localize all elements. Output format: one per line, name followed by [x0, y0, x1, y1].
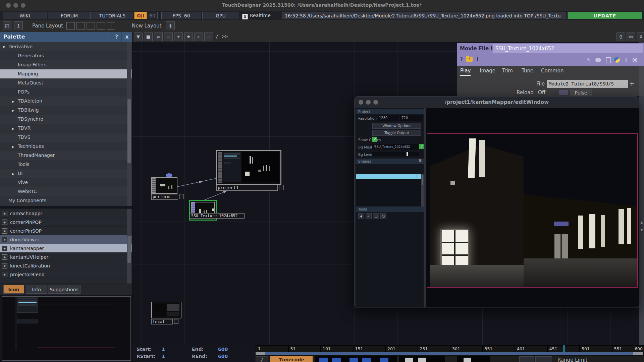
shape-list-selected-row[interactable] — [356, 174, 424, 179]
expand-arrow-icon[interactable]: ▶ — [12, 170, 18, 179]
range-right-handle[interactable] — [633, 352, 643, 355]
viewer-indicator[interactable] — [166, 173, 172, 177]
mapping-preview[interactable] — [426, 108, 639, 307]
tree-item-My Components[interactable]: My Components — [0, 196, 132, 205]
range-limit-box[interactable] — [535, 356, 552, 362]
ellipse-tool-icon[interactable]: ○ — [380, 213, 386, 219]
bg-mask-field[interactable]: /SSU_Texture_1024x652 — [372, 144, 419, 149]
component-item-cornerPinPOP[interactable]: ◈cornerPinPOP — [0, 218, 132, 227]
palette-close-button[interactable]: x — [121, 32, 132, 42]
param-tab-play[interactable]: Play — [460, 68, 471, 76]
node-project1-label[interactable]: project1 — [216, 185, 278, 191]
tree-item-WebRTC[interactable]: WebRTC — [0, 187, 132, 196]
resolution-width-field[interactable]: 1280 — [378, 115, 399, 121]
expand-arrow-icon[interactable]: ▶ — [12, 106, 18, 115]
rend-value[interactable]: 600 — [218, 354, 228, 359]
component-item-kantanUVHelper[interactable]: ◈kantanUVHelper — [0, 253, 132, 261]
node-perform-label[interactable]: perform — [151, 194, 178, 200]
copy-parameters-icon[interactable] — [606, 57, 611, 63]
range-left-handle[interactable] — [256, 352, 265, 355]
help-folder-icon[interactable]: ? — [466, 57, 473, 62]
palette-help-button[interactable]: ? — [111, 32, 122, 42]
tree-item-POPs[interactable]: POPs — [0, 87, 132, 97]
timeline-mode-button[interactable]: / — [256, 356, 268, 362]
range-limit-box[interactable] — [519, 356, 534, 362]
update-button[interactable]: UPDATE — [568, 12, 642, 19]
pulse-button[interactable]: Pulse — [570, 89, 592, 96]
scroll-down-icon[interactable]: ▼ — [640, 227, 644, 233]
tree-item-Vive[interactable]: Vive — [0, 178, 132, 187]
tree-item-Mapping[interactable]: Mapping — [0, 69, 132, 78]
param-tab-image[interactable]: Image — [480, 68, 495, 74]
home-icon[interactable]: ⌂ — [204, 33, 213, 41]
tempo-value[interactable]: 120.0 — [218, 361, 233, 362]
range-fill[interactable] — [265, 352, 633, 355]
node-project1-flag-box[interactable] — [279, 185, 284, 190]
shape-list-scrollbar[interactable] — [421, 174, 424, 206]
param-tab-tune[interactable]: Tune — [522, 68, 533, 74]
node-ssu-texture-label[interactable]: SSU_Texture_1024x652 — [190, 213, 245, 219]
scroll-up-icon[interactable]: ▲ — [640, 220, 644, 225]
expand-arrow-icon[interactable]: ▶ — [12, 142, 18, 152]
forum-button[interactable]: FORUM — [48, 12, 91, 19]
palette-tree-scrollbar[interactable] — [127, 42, 131, 206]
back-arrow-icon[interactable]: ⇦ — [154, 33, 163, 41]
dropdown-arrow-icon[interactable]: ▼ — [134, 33, 143, 41]
tree-item-ImageFilters[interactable]: ImageFilters — [0, 60, 132, 69]
info-icon[interactable]: i — [477, 56, 478, 63]
tree-item-TDVS[interactable]: TDVS — [0, 133, 132, 142]
end-value[interactable]: 600 — [218, 347, 228, 352]
help-icon[interactable]: ? — [460, 56, 463, 63]
component-item-projectorBlend[interactable]: ◈projectorBlend — [0, 270, 132, 279]
tree-item-TDBitwig[interactable]: ▶TDBitwig — [0, 106, 132, 115]
tree-item-UI[interactable]: ▶UI — [0, 169, 132, 178]
tree-item-Generators[interactable]: Generators — [0, 51, 132, 60]
tree-item-MetaQuest[interactable]: MetaQuest — [0, 78, 132, 87]
gpu-button[interactable]: GPU — [202, 12, 239, 19]
layout-preset-single[interactable] — [66, 22, 75, 29]
reload-off-value[interactable]: Off — [538, 89, 545, 96]
tree-item-TDSynchro[interactable]: TDSynchro — [0, 115, 132, 124]
rectangle-tool-icon[interactable]: □ — [373, 213, 379, 219]
tree-item-Tools[interactable]: Tools — [0, 160, 132, 169]
tab-info[interactable]: Info — [26, 285, 47, 294]
layout-preset-split-horizontal[interactable] — [87, 22, 95, 29]
search-icon[interactable]: ⌕ — [194, 33, 203, 41]
timeline-ruler[interactable]: 600 151101151201251301351401451501551 — [256, 345, 644, 352]
export-layout-icon[interactable]: ↥ — [14, 21, 23, 30]
forward-arrow-icon[interactable]: ⇨ — [164, 33, 173, 41]
node-project1[interactable] — [216, 150, 281, 185]
tab-icon[interactable]: Icon — [3, 285, 24, 294]
download-arrow-button[interactable]: ⇩ — [637, 33, 644, 41]
tree-item-TDAbleton[interactable]: ▶TDAbleton — [0, 97, 132, 106]
fps-value[interactable]: 60.0 — [162, 361, 173, 362]
layout-preset-grid[interactable] — [107, 22, 115, 29]
operator-name-field[interactable]: SSU_Texture_1024x652 — [493, 44, 643, 53]
fps-button[interactable]: FPS 60 — [161, 12, 201, 19]
realtime-checkbox-icon[interactable]: x — [242, 14, 248, 19]
rstart-value[interactable]: 1 — [162, 354, 165, 359]
tree-item-Techniques[interactable]: ▶Techniques — [0, 142, 132, 151]
expand-arrow-icon[interactable]: ▶ — [12, 97, 18, 106]
window-button[interactable]: ▭ — [627, 33, 635, 41]
component-item-domeViewer[interactable]: ◈domeViewer — [0, 235, 132, 244]
shape-list[interactable] — [356, 179, 424, 206]
tab-suggestions[interactable]: Suggestions — [48, 285, 80, 294]
param-tab-trim[interactable]: Trim — [502, 68, 513, 74]
stop-square-icon[interactable]: ■ — [144, 33, 153, 41]
component-item-kinectCalibration[interactable]: ◈kinectCalibration — [0, 261, 132, 270]
timeline-range-bar[interactable] — [256, 352, 644, 356]
tree-item-TDVR[interactable]: ▶TDVR — [0, 124, 132, 133]
resolution-height-field[interactable]: 720 — [400, 115, 423, 121]
network-path[interactable]: / >> — [216, 34, 228, 40]
timeline-playhead[interactable] — [564, 345, 565, 352]
pencil-icon[interactable]: ✎ — [586, 57, 591, 63]
output-input-toggle[interactable]: O|I — [134, 12, 147, 19]
freeform-tool-icon[interactable]: ➤ — [366, 213, 372, 219]
toggle-output-button[interactable]: Toggle Output — [372, 130, 421, 136]
file-add-icon[interactable]: + — [629, 80, 635, 87]
layout-preset-split-vertical[interactable] — [76, 22, 85, 29]
comment-icon[interactable] — [595, 58, 601, 62]
node-flag-strip[interactable] — [152, 178, 156, 193]
show-guides-checkbox[interactable]: ✓ — [372, 137, 377, 142]
